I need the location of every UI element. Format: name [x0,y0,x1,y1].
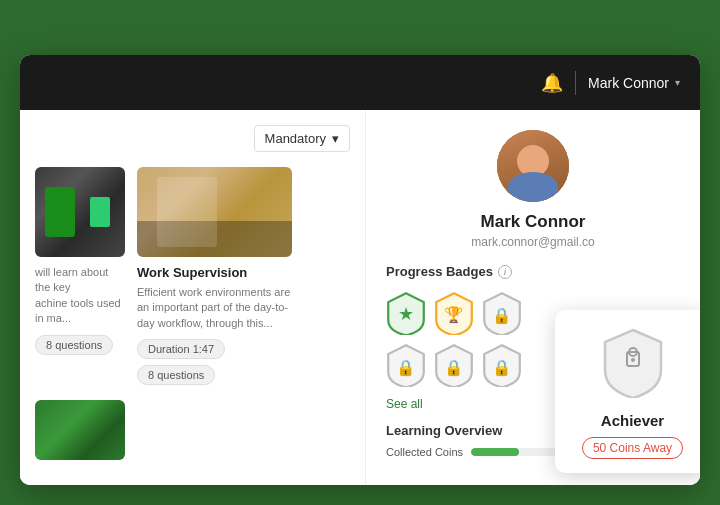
chevron-down-icon: ▾ [675,77,680,88]
partial-card-meta: 8 questions [35,335,125,355]
right-panel: Mark Connor mark.connor@gmail.co Progres… [365,110,700,485]
course-cards-row: will learn about the keyachine tools use… [35,167,350,385]
partial-card-desc: will learn about the keyachine tools use… [35,265,125,327]
achiever-popup: Achiever 50 Coins Away [555,310,700,473]
duration-badge: Duration 1:47 [137,339,225,359]
course-meta: Duration 1:47 8 questions [137,339,292,385]
profile-name: Mark Connor [481,212,586,232]
workshop-image [137,167,292,257]
profile-section: Mark Connor mark.connor@gmail.co [386,130,680,249]
course-card-work-supervision[interactable]: Work Supervision Efficient work environm… [137,167,292,385]
course-image-workshop [137,167,292,257]
achiever-title: Achiever [601,412,664,429]
badge-lock-6: 🔒 [482,343,522,387]
svg-text:🔒: 🔒 [397,358,417,377]
username-label: Mark Connor [588,75,669,91]
left-panel: Mandatory ▾ will learn about the keyachi… [20,110,365,485]
progress-fill [471,448,519,456]
bottom-cards [35,400,350,460]
badge-lock-5: 🔒 [434,343,474,387]
content-area: Mandatory ▾ will learn about the keyachi… [20,110,700,485]
navbar: 🔔 Mark Connor ▾ [20,55,700,110]
filter-chevron-icon: ▾ [332,131,339,146]
user-menu[interactable]: Mark Connor ▾ [588,75,680,91]
svg-text:🏆: 🏆 [445,305,465,324]
avatar [497,130,569,202]
green-image [35,400,125,460]
mandatory-filter[interactable]: Mandatory ▾ [254,125,350,152]
course-desc: Efficient work environments are an impor… [137,285,292,331]
course-image-partial [35,167,125,257]
industrial-image [35,167,125,257]
info-icon: i [498,265,512,279]
svg-text:🔒: 🔒 [493,358,513,377]
bottom-card-image [35,400,125,460]
avatar-face [497,130,569,202]
nav-divider [575,71,576,95]
filter-row: Mandatory ▾ [35,125,350,152]
achiever-shield-icon [601,326,665,402]
svg-text:🔒: 🔒 [445,358,465,377]
badge-green-star: ★ [386,291,426,335]
badge-gold-trophy: 🏆 [434,291,474,335]
svg-text:🔒: 🔒 [493,306,513,325]
badges-section-title: Progress Badges i [386,264,680,279]
profile-email: mark.connor@gmail.co [471,235,595,249]
filter-label: Mandatory [265,131,326,146]
badge-lock-3: 🔒 [482,291,522,335]
coins-away-badge: 50 Coins Away [582,437,683,459]
collected-coins-label: Collected Coins [386,446,463,458]
course-card-partial: will learn about the keyachine tools use… [35,167,125,385]
bell-icon[interactable]: 🔔 [541,72,563,94]
svg-point-8 [631,358,635,362]
badge-lock-4: 🔒 [386,343,426,387]
course-title: Work Supervision [137,265,292,280]
questions-badge-partial: 8 questions [35,335,113,355]
questions-badge: 8 questions [137,365,215,385]
svg-text:★: ★ [398,304,414,324]
